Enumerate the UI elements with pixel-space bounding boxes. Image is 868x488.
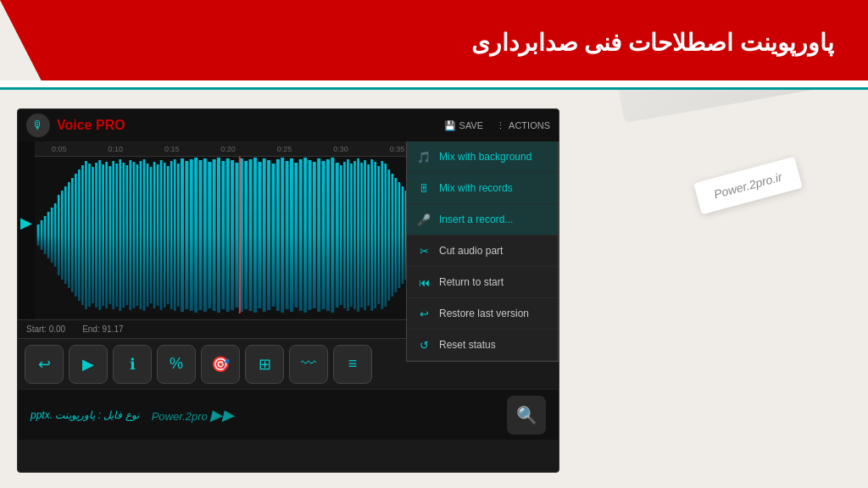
svg-rect-6 — [54, 203, 57, 267]
svg-rect-37 — [160, 160, 163, 310]
svg-rect-33 — [147, 164, 149, 307]
voice-pro-window: 🎙 Voice PRO 💾 SAVE ⋮ ACTIONS 🎵 Mi — [17, 108, 559, 473]
svg-rect-41 — [174, 159, 176, 311]
teal-divider — [0, 87, 868, 90]
svg-rect-7 — [58, 195, 60, 275]
svg-rect-47 — [198, 160, 202, 310]
header-white-strip — [0, 80, 868, 87]
svg-rect-52 — [221, 161, 225, 309]
svg-rect-92 — [387, 169, 390, 301]
svg-rect-62 — [267, 160, 270, 310]
svg-rect-16 — [88, 164, 91, 307]
svg-rect-48 — [203, 158, 207, 312]
svg-rect-95 — [398, 182, 401, 288]
svg-rect-81 — [350, 164, 353, 307]
mix-rec-icon: 🎚 — [417, 181, 431, 195]
menu-item-return-start[interactable]: ⏮ Return to start — [407, 267, 558, 298]
svg-rect-26 — [122, 163, 125, 308]
svg-rect-35 — [153, 162, 156, 308]
menu-item-insert-record[interactable]: 🎤 Insert a record... — [407, 204, 558, 236]
svg-rect-87 — [370, 159, 373, 311]
svg-rect-9 — [64, 186, 67, 284]
mark-5: 0:25 — [277, 145, 333, 153]
svg-rect-74 — [322, 161, 326, 309]
svg-rect-63 — [271, 164, 275, 307]
svg-rect-28 — [130, 160, 132, 310]
undo-button[interactable]: ↩ — [25, 345, 64, 384]
svg-rect-84 — [360, 163, 363, 308]
svg-rect-21 — [105, 162, 108, 308]
svg-rect-70 — [303, 158, 307, 313]
forward-icon: ▶▶ — [210, 407, 234, 424]
actions-button[interactable]: ⋮ ACTIONS — [496, 120, 550, 131]
svg-rect-14 — [81, 165, 84, 305]
mark-1: 0:05 — [52, 145, 108, 153]
menu-item-reset[interactable]: ↺ Reset status — [407, 330, 558, 361]
svg-rect-86 — [367, 164, 370, 306]
save-icon: 💾 — [444, 120, 456, 131]
svg-rect-49 — [208, 162, 211, 308]
menu-item-cut-audio[interactable]: ✂ Cut audio part — [407, 236, 558, 267]
mark-2: 0:10 — [108, 145, 164, 153]
svg-rect-79 — [343, 162, 346, 308]
svg-rect-77 — [336, 163, 339, 308]
svg-rect-1 — [37, 225, 40, 246]
mic-icon: 🎙 — [26, 114, 50, 137]
search-button[interactable]: 🔍 — [507, 396, 546, 435]
svg-rect-20 — [102, 164, 104, 306]
svg-rect-10 — [68, 182, 70, 288]
equalizer-button[interactable]: ≡ — [333, 345, 372, 384]
svg-rect-42 — [177, 164, 180, 307]
wave-button[interactable]: 〰 — [289, 345, 328, 384]
svg-rect-44 — [185, 161, 188, 309]
svg-rect-46 — [194, 158, 198, 313]
svg-rect-30 — [136, 164, 139, 306]
svg-rect-11 — [71, 178, 74, 292]
mark-3: 0:15 — [164, 145, 220, 153]
svg-rect-18 — [95, 163, 97, 308]
svg-rect-57 — [244, 161, 248, 309]
svg-rect-90 — [381, 161, 383, 309]
restore-icon: ↩ — [417, 307, 431, 320]
svg-rect-23 — [112, 161, 114, 309]
play-icon[interactable]: ▶ — [20, 214, 32, 232]
target-button[interactable]: 🎯 — [201, 345, 240, 384]
svg-rect-13 — [78, 169, 81, 301]
actions-dropdown: 🎵 Mix with background 🎚 Mix with records… — [406, 141, 559, 362]
svg-rect-50 — [213, 159, 216, 311]
svg-rect-29 — [133, 162, 136, 308]
play-button[interactable]: ▶ — [69, 345, 108, 384]
reset-icon: ↺ — [417, 338, 431, 352]
svg-rect-8 — [61, 191, 64, 280]
page-title: پاورپوینت اصطلاحات فنی صدابرداری — [471, 29, 834, 57]
svg-rect-64 — [276, 159, 280, 311]
svg-rect-73 — [317, 158, 320, 312]
grid-button[interactable]: ⊞ — [245, 345, 284, 384]
file-type-label: نوع فایل : پاورپوینت .pptx — [31, 409, 139, 421]
menu-item-mix-records[interactable]: 🎚 Mix with records — [407, 173, 558, 204]
svg-rect-66 — [286, 161, 289, 309]
svg-rect-3 — [44, 216, 47, 254]
start-time: Start: 0.00 — [26, 324, 65, 334]
menu-item-mix-background[interactable]: 🎵 Mix with background — [407, 141, 558, 173]
svg-rect-93 — [392, 174, 394, 297]
svg-rect-39 — [167, 166, 170, 304]
end-time: End: 91.17 — [82, 324, 123, 334]
svg-rect-59 — [253, 158, 257, 313]
mix-bg-icon: 🎵 — [417, 150, 431, 164]
save-button[interactable]: 💾 SAVE — [444, 120, 484, 131]
svg-rect-17 — [92, 167, 94, 303]
svg-rect-2 — [41, 220, 43, 250]
percent-button[interactable]: % — [157, 345, 196, 384]
svg-rect-80 — [347, 159, 349, 311]
cut-icon: ✂ — [417, 244, 431, 258]
info-button[interactable]: ℹ — [113, 345, 152, 384]
svg-rect-89 — [377, 166, 380, 304]
svg-rect-12 — [75, 174, 77, 297]
menu-item-restore[interactable]: ↩ Restore last version — [407, 298, 558, 330]
bottom-left: نوع فایل : پاورپوینت .pptx Power.2pro ▶▶ — [31, 406, 234, 424]
svg-rect-53 — [226, 158, 230, 312]
dots-icon: ⋮ — [496, 120, 505, 131]
svg-rect-71 — [308, 160, 311, 310]
svg-rect-58 — [249, 159, 253, 311]
